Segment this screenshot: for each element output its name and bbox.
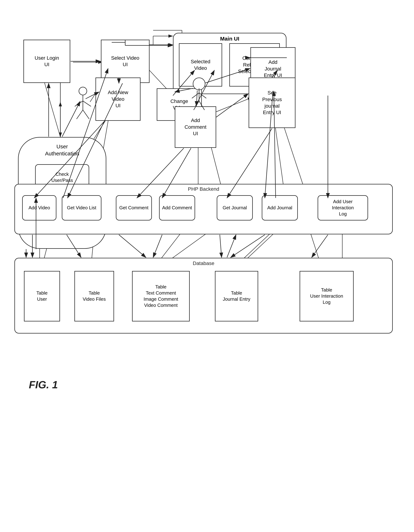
svg-line-75 xyxy=(230,235,265,257)
user-login-box: User LoginUI xyxy=(23,40,70,83)
svg-line-73 xyxy=(220,235,221,257)
table-video-files-box: TableVideo Files xyxy=(74,271,114,322)
php-backend-label: PHP Backend xyxy=(188,186,219,192)
table-journal-entry-box: TableJournal Entry xyxy=(215,271,258,322)
diagram-container: Main UI SelectedVideo CommentsRelated to… xyxy=(0,0,414,532)
table-text-comment-box: TableText CommentImage CommentVideo Comm… xyxy=(132,271,190,322)
database-label: Database xyxy=(193,260,214,266)
svg-line-43 xyxy=(75,101,83,106)
svg-line-67 xyxy=(216,94,248,117)
add-new-video-box: Add NewVideoUI xyxy=(95,77,140,121)
svg-line-46 xyxy=(83,110,89,119)
see-previous-journal-label: SeePreviousjournalEntry UI xyxy=(262,90,282,116)
database-container: Database TableUser TableVideo Files Tabl… xyxy=(14,258,393,333)
svg-point-41 xyxy=(79,87,87,95)
select-video-label: Select VideoUI xyxy=(111,55,139,68)
svg-line-23 xyxy=(216,97,252,112)
add-new-video-label: Add NewVideoUI xyxy=(108,89,128,109)
svg-line-71 xyxy=(119,235,146,257)
add-journal-box: Add Journal xyxy=(262,195,298,220)
fig-label: FIG. 1 xyxy=(29,379,58,391)
svg-line-45 xyxy=(77,110,83,119)
php-backend-container: PHP Backend Add Video Get Video List Get… xyxy=(14,184,393,234)
svg-line-72 xyxy=(153,235,162,257)
svg-line-48 xyxy=(192,93,199,98)
user-login-label: User LoginUI xyxy=(35,55,59,68)
svg-line-44 xyxy=(83,101,91,106)
svg-line-76 xyxy=(312,235,328,257)
add-comment-backend-box: Add Comment xyxy=(159,195,195,220)
add-journal-entry-label: AddJournalEntry UI xyxy=(264,59,282,79)
add-comment-label: AddCommentUI xyxy=(184,117,206,137)
add-user-interaction-log-box: Add UserInteractionLog xyxy=(318,195,368,220)
actor-2-lines xyxy=(191,88,209,114)
table-user-box: TableUser xyxy=(24,271,60,322)
table-user-interaction-log-box: TableUser InteractionLog xyxy=(300,271,354,322)
select-video-box: Select VideoUI xyxy=(101,40,149,83)
actor-1 xyxy=(72,86,94,123)
svg-line-50 xyxy=(194,101,199,110)
main-ui-label: Main UI xyxy=(220,35,239,42)
see-previous-journal-box: SeePreviousjournalEntry UI xyxy=(248,77,295,128)
selected-video-label: SelectedVideo xyxy=(191,58,211,72)
get-comment-box: Get Comment xyxy=(116,195,152,220)
svg-line-74 xyxy=(227,235,236,257)
add-video-box: Add Video xyxy=(22,195,56,220)
svg-line-49 xyxy=(199,93,206,98)
get-video-list-box: Get Video List xyxy=(62,195,101,220)
user-authentication-label: UserAuthentication xyxy=(45,143,79,157)
get-journal-box: Get Journal xyxy=(217,195,253,220)
svg-line-51 xyxy=(199,101,204,110)
